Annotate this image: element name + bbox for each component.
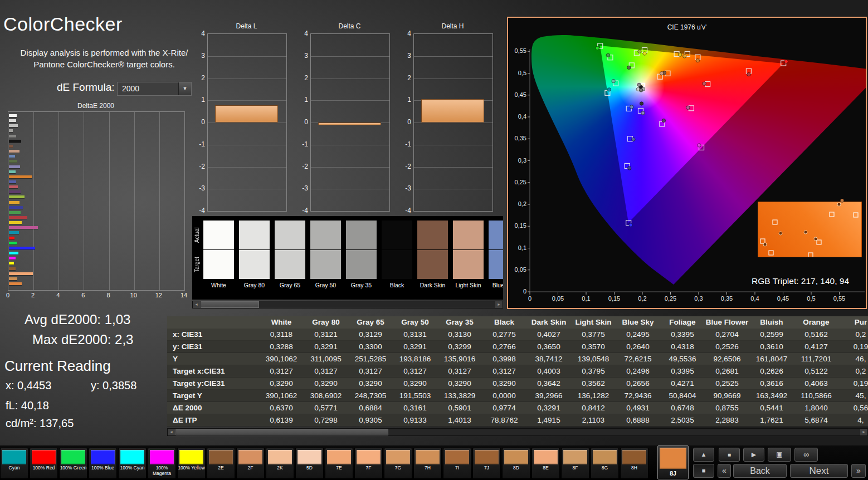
toolbar-patch-8e[interactable]: 8E [531,448,560,479]
table-col-header: Blue Sky [616,316,660,329]
gridline [58,112,59,290]
chevron-down-icon[interactable]: ▼ [178,82,191,95]
axis-tick-label: 8 [102,292,115,298]
toolbar-patch-8d[interactable]: 8D [502,448,530,479]
gridline [311,79,389,79]
cie-measured-dot-orange-yellow [683,55,686,58]
play-icon: ▶ [752,451,756,458]
toolbar-patch-100-yellow[interactable]: 100% Yellow [177,448,206,479]
deltae-bar [9,160,17,163]
axis-tick-label: 3 [401,52,411,60]
table-cell: 0,9774 [482,402,526,414]
table-row-label: Target y:CIE31 [167,378,259,390]
toolbar-patch-7j[interactable]: 7J [472,448,501,479]
table-cell: 0,0000 [482,390,526,402]
toolbar-patch-100-magenta[interactable]: 100% Magenta [148,448,176,479]
patch-label: 7G [384,466,412,471]
skip-prev-button[interactable]: « [718,464,731,478]
deltae-bar [9,195,25,198]
axis-tick-label: 2 [195,74,205,82]
toolbar-patch-2f[interactable]: 2F [236,448,265,479]
back-button[interactable]: Back [733,464,787,478]
scroll-left-arrow[interactable]: ◄ [193,301,200,308]
toolbar-patch-100-red[interactable]: 100% Red [30,448,58,479]
toolbar-patch-100-cyan[interactable]: 100% Cyan [118,448,147,479]
toolbar-patch-8g[interactable]: 8G [591,448,619,479]
swatch-target-white[interactable] [203,250,234,279]
patch-color [327,450,351,464]
play-button[interactable]: ▶ [743,448,764,462]
table-scrollbar[interactable]: ◄► [167,428,868,436]
deltae-bar [9,114,17,117]
toolbar-patch-8j[interactable]: 8J [657,445,689,479]
table-cell: 139,0548 [571,353,616,365]
toolbar-patch-2e[interactable]: 2E [207,448,235,479]
toolbar-patch-7e[interactable]: 7E [325,448,353,479]
table-col-header: Dark Skin [526,316,571,329]
de-formula-dropdown[interactable]: 2000 ▼ [117,82,192,96]
toolbar-patch-7g[interactable]: 7G [384,448,412,479]
chart-plot [207,33,287,212]
gridline [414,56,492,57]
toolbar-patch-8f[interactable]: 8F [561,448,589,479]
toolbar-patch-100-green[interactable]: 100% Green [59,448,87,479]
swatch-target-blue-sky[interactable] [489,250,503,279]
delta-bar [215,105,278,123]
patch-color [298,450,321,464]
swatch-target-light-skin[interactable] [453,250,484,279]
table-cell: 0,4003 [526,365,571,378]
toolbar-patch-cyan[interactable]: Cyan [0,448,28,479]
swatch-target-black[interactable] [382,250,412,279]
deltae-bar [9,267,16,270]
table-row-label: ΔE ITP [167,414,259,427]
strip-scrollbar[interactable]: ◄► [192,301,503,308]
table-cell: 0,3300 [348,341,393,353]
eject-button[interactable]: ▲ [693,448,714,462]
scroll-handle[interactable] [175,429,388,435]
toolbar-patch-8h[interactable]: 8H [620,448,648,479]
scroll-right-arrow[interactable]: ► [860,429,867,435]
table-header-row: WhiteGray 80Gray 65Gray 50Gray 35BlackDa… [167,316,868,329]
scroll-right-arrow[interactable]: ► [495,301,503,308]
scroll-handle[interactable] [201,301,259,308]
table-cell: 0,5162 [794,329,838,341]
toolbar-patch-7h[interactable]: 7H [413,448,442,479]
table-cell: 0,3642 [526,378,571,390]
record-button[interactable]: ▣ [768,448,791,462]
toolbar-patch-5d[interactable]: 5D [295,448,324,479]
scroll-left-arrow[interactable]: ◄ [168,429,175,435]
table-cell: 0,56 [838,402,868,414]
next-button[interactable]: Next [790,464,848,478]
cie-measured-dot-primary-magenta [698,144,701,147]
deltae-bar [9,175,32,178]
patch-label: 100% Magenta [148,466,175,477]
axis-tick-label: 4 [195,30,205,37]
toolbar-patch-7i[interactable]: 7I [443,448,471,479]
deltae-bar [9,119,16,122]
swatch-target-gray-65[interactable] [275,250,305,279]
swatch-target-dark-skin[interactable] [417,250,448,279]
table-cell: 2,2883 [705,414,749,427]
loop-button[interactable]: ∞ [794,448,818,462]
patch-color [32,450,56,464]
table-cell: 0,3290 [437,378,482,390]
toolbar-patch-7f[interactable]: 7F [354,448,383,479]
table-col-header: Gray 35 [437,316,482,329]
swatch-target-gray-50[interactable] [310,250,341,279]
deltae-bar [9,185,18,188]
swatch-target-gray-35[interactable] [346,250,377,279]
deltae-bar [9,221,22,224]
toolbar-patch-2k[interactable]: 2K [266,448,294,479]
toolbar-patch-100-blue[interactable]: 100% Blue [89,448,117,479]
table-cell: 0,3291 [393,341,437,353]
axis-tick-label: 1 [401,96,411,104]
swatch-target-gray-80[interactable] [239,250,270,279]
stop-button[interactable]: ■ [719,448,740,462]
skip-next-button[interactable]: » [851,464,866,478]
table-col-header: Blue Flower [705,316,749,329]
table-cell: 0,19 [838,378,868,390]
deltae-bar [9,237,14,239]
marker-button[interactable]: ■ [693,464,714,478]
axis-tick-label: 0 [195,118,205,126]
delta-bar [318,123,381,125]
